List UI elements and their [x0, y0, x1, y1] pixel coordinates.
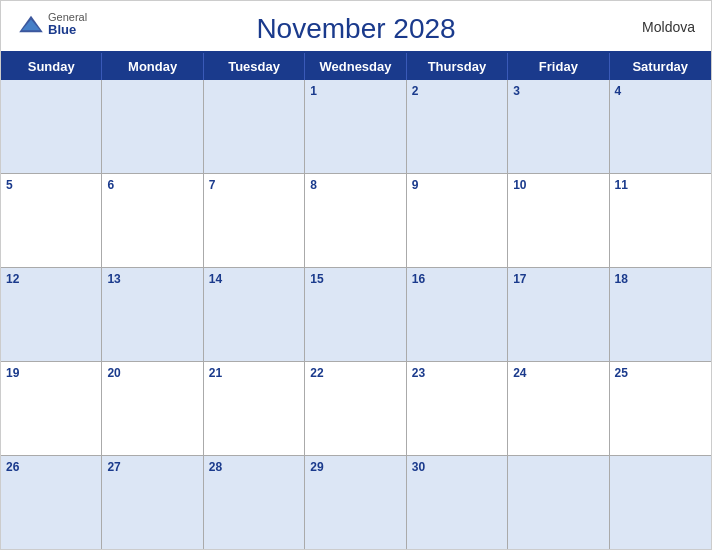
day-cell: 5: [1, 174, 102, 267]
day-cell: 7: [204, 174, 305, 267]
week-row: 19202122232425: [1, 362, 711, 456]
day-number: 17: [513, 272, 603, 286]
day-header-tuesday: Tuesday: [204, 53, 305, 80]
day-cell: [1, 80, 102, 173]
day-cell: 15: [305, 268, 406, 361]
day-number: 8: [310, 178, 400, 192]
day-number: 15: [310, 272, 400, 286]
day-cell: 13: [102, 268, 203, 361]
day-cell: 10: [508, 174, 609, 267]
day-header-sunday: Sunday: [1, 53, 102, 80]
day-cell: 24: [508, 362, 609, 455]
day-cell: 18: [610, 268, 711, 361]
day-number: 12: [6, 272, 96, 286]
week-row: 12131415161718: [1, 268, 711, 362]
day-number: 26: [6, 460, 96, 474]
day-cell: 11: [610, 174, 711, 267]
calendar-container: General Blue November 2028 Moldova Sunda…: [0, 0, 712, 550]
day-number: 10: [513, 178, 603, 192]
day-cell: 6: [102, 174, 203, 267]
week-row: 567891011: [1, 174, 711, 268]
day-number: 18: [615, 272, 706, 286]
week-row: 1234: [1, 80, 711, 174]
day-cell: 12: [1, 268, 102, 361]
day-number: 27: [107, 460, 197, 474]
day-cell: 14: [204, 268, 305, 361]
day-cell: 8: [305, 174, 406, 267]
day-number: 23: [412, 366, 502, 380]
day-number: 1: [310, 84, 400, 98]
day-cell: 26: [1, 456, 102, 549]
day-cell: 27: [102, 456, 203, 549]
day-number: 4: [615, 84, 706, 98]
day-number: 11: [615, 178, 706, 192]
day-cell: 21: [204, 362, 305, 455]
day-cell: 4: [610, 80, 711, 173]
day-cell: [102, 80, 203, 173]
logo-blue-text: Blue: [48, 23, 87, 37]
day-cell: 19: [1, 362, 102, 455]
day-number: 22: [310, 366, 400, 380]
day-number: 24: [513, 366, 603, 380]
day-cell: 22: [305, 362, 406, 455]
day-header-thursday: Thursday: [407, 53, 508, 80]
day-number: 6: [107, 178, 197, 192]
day-cell: [610, 456, 711, 549]
day-number: 16: [412, 272, 502, 286]
day-cell: 9: [407, 174, 508, 267]
day-cell: 29: [305, 456, 406, 549]
day-cell: 3: [508, 80, 609, 173]
day-header-friday: Friday: [508, 53, 609, 80]
day-number: 3: [513, 84, 603, 98]
logo-icon: [17, 14, 45, 34]
day-cell: 16: [407, 268, 508, 361]
day-number: 29: [310, 460, 400, 474]
day-number: 14: [209, 272, 299, 286]
day-header-wednesday: Wednesday: [305, 53, 406, 80]
day-number: 28: [209, 460, 299, 474]
logo-area: General Blue: [17, 11, 87, 37]
day-cell: 17: [508, 268, 609, 361]
day-number: 9: [412, 178, 502, 192]
day-cell: 25: [610, 362, 711, 455]
day-number: 21: [209, 366, 299, 380]
day-cell: 30: [407, 456, 508, 549]
day-cell: [204, 80, 305, 173]
day-number: 20: [107, 366, 197, 380]
day-header-monday: Monday: [102, 53, 203, 80]
day-header-saturday: Saturday: [610, 53, 711, 80]
country-label: Moldova: [642, 19, 695, 35]
day-cell: 28: [204, 456, 305, 549]
day-cell: 23: [407, 362, 508, 455]
day-cell: [508, 456, 609, 549]
calendar-header: General Blue November 2028 Moldova: [1, 1, 711, 51]
weeks-container: 1234567891011121314151617181920212223242…: [1, 80, 711, 549]
day-number: 13: [107, 272, 197, 286]
day-cell: 20: [102, 362, 203, 455]
day-number: 25: [615, 366, 706, 380]
day-headers: SundayMondayTuesdayWednesdayThursdayFrid…: [1, 53, 711, 80]
week-row: 2627282930: [1, 456, 711, 549]
day-cell: 2: [407, 80, 508, 173]
calendar-title: November 2028: [256, 13, 455, 45]
day-number: 30: [412, 460, 502, 474]
day-number: 5: [6, 178, 96, 192]
day-number: 2: [412, 84, 502, 98]
day-number: 7: [209, 178, 299, 192]
calendar-grid: SundayMondayTuesdayWednesdayThursdayFrid…: [1, 51, 711, 549]
day-number: 19: [6, 366, 96, 380]
day-cell: 1: [305, 80, 406, 173]
